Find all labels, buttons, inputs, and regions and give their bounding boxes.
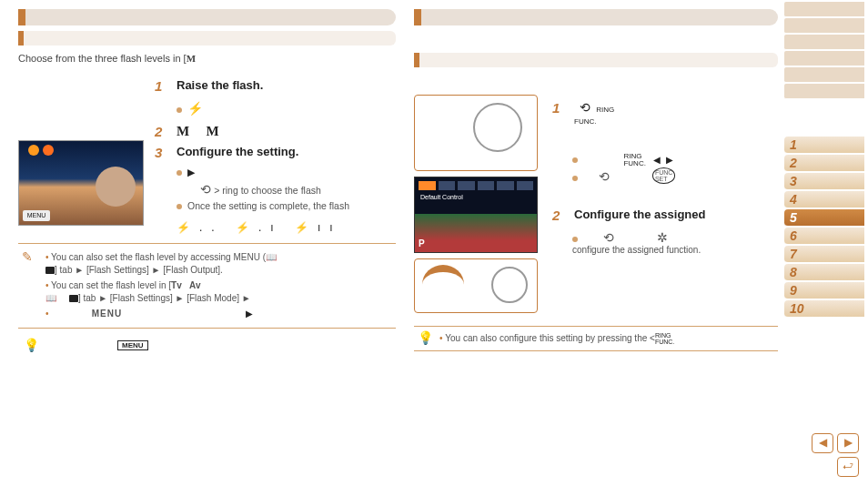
step-1: 1 Raise the flash. (155, 78, 396, 94)
lamp-icon: 💡 (418, 330, 433, 345)
triangle-left-icon: ◀ (653, 155, 661, 165)
intro-text: Choose from the three flash levels in [M (18, 53, 396, 64)
chapter-tab-number: 1 (790, 137, 797, 152)
sample-photo: MENU (18, 140, 144, 226)
step-r1-body: RING FUNC. ◀ ▶ ⟲ FUNCSET (572, 153, 778, 184)
chapter-tab-6[interactable]: 6 (784, 228, 864, 245)
bottom-hint-row: 💡 MENU (24, 338, 396, 352)
lcd-mode-p: P (419, 238, 425, 248)
step-1-title: Raise the flash. (177, 78, 263, 92)
flash-level-icons: ⚡.. ⚡.ı ⚡ıı (177, 221, 396, 234)
camera-back-illustration (414, 95, 538, 171)
sidebar-blank (784, 84, 864, 99)
bullet-icon (572, 176, 578, 181)
step-number: 2 (155, 124, 169, 139)
chapter-tab-number: 9 (790, 283, 797, 298)
bullet-icon (572, 237, 578, 242)
mode-m-icon: M (187, 53, 196, 64)
mode-m-icon: M (207, 124, 219, 138)
sidebar-blank (784, 18, 864, 34)
step-3-line1: > ring to choose the flash (214, 185, 321, 196)
triangle-right-icon: ▶ (666, 155, 673, 165)
bullet-icon (572, 157, 578, 163)
lamp-icon: 💡 (24, 338, 39, 352)
chapter-tab-2[interactable]: 2 (784, 155, 864, 172)
book-icon: 📖 (45, 293, 56, 303)
camera-icon (45, 267, 55, 274)
funcset-icon: FUNCSET (652, 167, 675, 184)
photo-menu-badge: MENU (23, 210, 50, 221)
sidebar-blank (784, 51, 864, 66)
chapter-tab-7[interactable]: 7 (784, 246, 864, 263)
section-header-left (18, 9, 396, 25)
pencil-icon: ✎ (22, 249, 33, 264)
step-r2: 2 Configure the assigned (552, 208, 778, 223)
dial-icon: ✲ (657, 230, 668, 245)
triangle-right-icon: ▶ (246, 308, 253, 321)
section-subheader-right (414, 53, 778, 67)
step-2: 2 M M (155, 124, 396, 139)
section-subheader-left (18, 31, 396, 46)
chapter-tab-10[interactable]: 10 (784, 300, 864, 318)
lcd-label: Default Control (420, 194, 463, 200)
page-nav: ◀ ▶ ⮐ (812, 433, 859, 477)
mode-m-icon: M (177, 124, 189, 138)
ring-func-label: RING FUNC. (655, 332, 674, 345)
step-3-title: Configure the setting. (177, 145, 298, 158)
chapter-sidebar: 12345678910 (784, 2, 864, 319)
bullet-icon (177, 204, 182, 209)
triangle-right-icon: ▶ (187, 166, 195, 180)
chapter-tab-number: 4 (790, 192, 797, 207)
chapter-tab-number: 8 (790, 265, 797, 279)
step-3-line2: Once the setting is complete, the flash (187, 200, 349, 211)
step-number: 1 (155, 78, 169, 94)
next-page-button[interactable]: ▶ (837, 433, 859, 453)
step-3: 3 Configure the setting. (155, 145, 396, 160)
chapter-tab-number: 7 (790, 247, 797, 261)
prev-page-button[interactable]: ◀ (812, 433, 833, 453)
ring-func-label: RING FUNC. (623, 153, 645, 167)
tip-bar: 💡 You can also configure this setting by… (414, 326, 778, 351)
menu-badge: MENU (117, 340, 148, 350)
return-button[interactable]: ⮐ (837, 457, 859, 477)
chapter-tab-number: 10 (790, 301, 804, 316)
camera-icon (69, 295, 78, 302)
menu-label: MENU (92, 309, 122, 319)
step-r1: 1 ⟲ RING FUNC. (552, 100, 778, 126)
chapter-tab-3[interactable]: 3 (784, 173, 864, 190)
ring-icon: ⟲ (603, 230, 614, 245)
chapter-tab-number: 3 (790, 174, 797, 188)
chapter-tab-9[interactable]: 9 (784, 282, 864, 299)
flash-icon: ⚡ (187, 101, 203, 116)
step-number: 3 (155, 145, 169, 160)
ring-icon: ⟲ (599, 169, 610, 184)
ring-icon: ⟲ (580, 100, 590, 115)
lcd-screenshot: Default Control P (414, 177, 538, 253)
chapter-tab-number: 2 (790, 156, 797, 170)
chapter-tab-number: 5 (790, 210, 797, 225)
step-r2-body: ⟲ ✲ configure the assigned function. (572, 230, 778, 255)
bullet-icon (177, 170, 182, 176)
sidebar-blank (784, 2, 864, 17)
camera-top-illustration (414, 258, 538, 313)
chapter-tab-number: 6 (790, 228, 797, 243)
note-3: MENU ▶ (45, 308, 390, 321)
section-header-right (414, 9, 778, 25)
chapter-tab-4[interactable]: 4 (784, 191, 864, 208)
note-2: You can set the flash level in [Tv Av 📖 … (45, 279, 390, 306)
notes-box: ✎ You can also set the flash level by ac… (18, 243, 396, 329)
bullet-icon (177, 107, 182, 113)
step-r2-title: Configure the assigned (574, 208, 705, 221)
ring-icon: ⟲ (200, 182, 211, 197)
step-number: 2 (552, 208, 567, 223)
step-number: 1 (552, 100, 567, 116)
chapter-tab-5[interactable]: 5 (784, 209, 864, 227)
book-icon: 📖 (266, 252, 277, 262)
chapter-tab-1[interactable]: 1 (784, 137, 864, 154)
sidebar-blank (784, 67, 864, 83)
sidebar-blank (784, 35, 864, 50)
note-1: You can also set the flash level by acce… (45, 251, 390, 278)
intro-prefix: Choose from the three flash levels in [ (18, 53, 187, 64)
chapter-tab-8[interactable]: 8 (784, 264, 864, 281)
